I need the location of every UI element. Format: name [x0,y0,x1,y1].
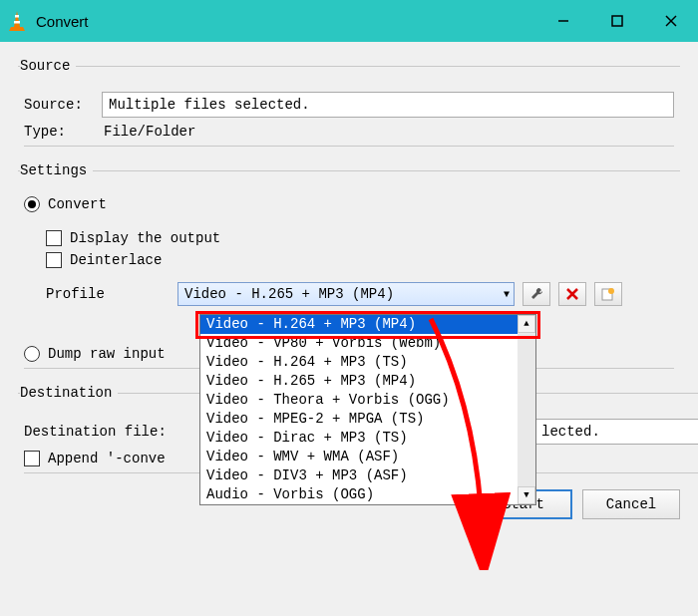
profile-option[interactable]: Video - Theora + Vorbis (OGG) [200,391,535,410]
window-title: Convert [36,13,536,30]
close-button[interactable] [644,0,698,42]
delete-icon [565,287,579,301]
type-value: File/Folder [102,124,195,140]
svg-point-11 [608,288,614,294]
deinterlace-checkbox[interactable] [46,252,62,268]
scroll-up-icon[interactable]: ▲ [518,315,535,333]
svg-marker-3 [9,27,25,31]
profile-option[interactable]: Video - VP80 + Vorbis (Webm) [200,334,535,353]
destination-file-input[interactable] [534,419,698,445]
scroll-down-icon[interactable]: ▼ [518,486,535,504]
chevron-down-icon: ▼ [504,289,510,300]
display-output-label: Display the output [70,230,220,246]
convert-label: Convert [48,196,107,212]
display-output-checkbox[interactable] [46,230,62,246]
profile-selected: Video - H.265 + MP3 (MP4) [184,286,394,302]
wrench-icon [528,286,544,302]
svg-rect-5 [612,16,622,26]
profile-dropdown[interactable]: Video - H.264 + MP3 (MP4)Video - VP80 + … [199,314,536,505]
deinterlace-label: Deinterlace [70,252,162,268]
destination-legend: Destination [20,385,118,401]
profile-option[interactable]: Video - H.264 + MP3 (TS) [200,353,535,372]
destination-file-label: Destination file: [24,424,179,440]
cancel-button[interactable]: Cancel [582,489,680,519]
profile-label: Profile [46,286,177,302]
delete-profile-button[interactable] [558,282,586,306]
profile-option[interactable]: Video - MPEG-2 + MPGA (TS) [200,410,535,429]
append-checkbox[interactable] [24,451,40,466]
dropdown-scrollbar[interactable]: ▲ ▼ [518,315,535,504]
vlc-cone-icon [8,9,28,33]
profile-option[interactable]: Video - H.265 + MP3 (MP4) [200,372,535,391]
svg-marker-0 [14,11,20,27]
edit-profile-button[interactable] [523,282,550,306]
convert-radio[interactable] [24,196,40,212]
type-label: Type: [24,124,102,140]
dump-raw-radio[interactable] [24,346,40,362]
source-legend: Source [20,58,76,74]
profile-option[interactable]: Video - DIV3 + MP3 (ASF) [200,466,535,485]
source-input[interactable] [102,92,674,118]
new-profile-button[interactable] [594,282,622,306]
titlebar: Convert [0,0,698,42]
dump-raw-label: Dump raw input [48,346,166,362]
svg-rect-2 [14,21,20,24]
minimize-button[interactable] [536,0,590,42]
profile-option[interactable]: Video - Dirac + MP3 (TS) [200,429,535,448]
profile-option[interactable]: Video - H.264 + MP3 (MP4) [200,315,535,334]
svg-rect-1 [15,15,19,18]
append-label: Append '-conve [48,451,166,466]
settings-legend: Settings [20,162,93,178]
source-label: Source: [24,97,102,113]
source-group: Source Source: Type: File/Folder [18,58,680,154]
maximize-button[interactable] [590,0,644,42]
new-profile-icon [600,286,616,302]
profile-option[interactable]: Video - WMV + WMA (ASF) [200,448,535,466]
profile-option[interactable]: Audio - Vorbis (OGG) [200,485,535,504]
profile-combobox[interactable]: Video - H.265 + MP3 (MP4) ▼ [177,282,515,306]
